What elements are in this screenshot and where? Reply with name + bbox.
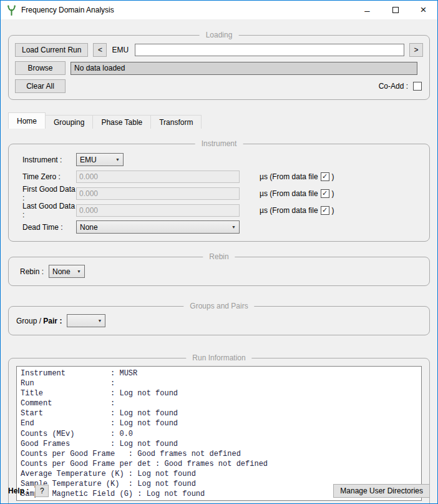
- tab-grouping-label: Grouping: [54, 118, 84, 127]
- groups-pairs-group-title: Groups and Pairs: [183, 302, 254, 310]
- run-information-group-title: Run Information: [186, 353, 251, 362]
- dead-time-label: Dead Time :: [22, 223, 76, 232]
- first-good-data-unit-prefix: µs (From data file: [260, 189, 318, 198]
- loading-group-title: Loading: [200, 31, 239, 39]
- minimize-button[interactable]: –: [353, 1, 381, 19]
- tab-phase-table-label: Phase Table: [101, 118, 142, 127]
- minimize-icon: –: [364, 5, 369, 16]
- last-good-data-input[interactable]: [76, 204, 240, 217]
- app-window: Frequency Domain Analysis – × Loading Lo…: [0, 0, 438, 504]
- chevron-down-icon: ▼: [231, 225, 236, 229]
- tab-transform-label: Transform: [159, 118, 193, 127]
- chevron-down-icon: ▼: [97, 319, 102, 323]
- time-zero-input[interactable]: [76, 170, 240, 183]
- dead-time-row: Dead Time : None ▼: [22, 220, 421, 234]
- group-pair-row: Group / Pair : ▼: [16, 314, 421, 327]
- run-information-groupbox: Run Information Instrument : MUSR Run : …: [8, 358, 430, 504]
- first-good-data-input[interactable]: [76, 187, 240, 200]
- tab-grouping[interactable]: Grouping: [45, 115, 93, 129]
- instrument-select-value: EMU: [80, 156, 97, 164]
- tab-home-label: Home: [17, 117, 37, 126]
- last-good-data-row: Last Good Data : µs (From data file ✓ ): [22, 204, 421, 217]
- maximize-icon: [392, 7, 399, 13]
- time-zero-unit-suffix: ): [332, 172, 334, 181]
- footer: Help : ? Manage User Directories: [8, 484, 430, 498]
- first-good-data-row: First Good Data : µs (From data file ✓ ): [22, 187, 421, 200]
- coadd-checkbox[interactable]: [413, 82, 422, 91]
- tab-phase-table[interactable]: Phase Table: [92, 115, 151, 129]
- first-good-data-label: First Good Data :: [22, 185, 76, 202]
- rebin-label: Rebin :: [20, 267, 44, 276]
- last-good-data-unit: µs (From data file ✓ ): [260, 206, 334, 215]
- first-good-data-unit-suffix: ): [332, 189, 334, 198]
- group-pair-label: Group / Pair :: [16, 317, 62, 325]
- help-wrap: Help : ?: [8, 485, 49, 497]
- window-controls: – ×: [353, 1, 437, 19]
- last-good-data-from-file-checkbox[interactable]: ✓: [321, 206, 329, 215]
- rebin-select-value: None: [52, 267, 71, 276]
- dead-time-select-value: None: [80, 223, 98, 232]
- time-zero-unit: µs (From data file ✓ ): [260, 172, 334, 181]
- first-good-data-unit: µs (From data file ✓ ): [260, 189, 334, 198]
- group-pair-label-regular: Group /: [16, 317, 43, 325]
- close-icon: ×: [421, 4, 427, 16]
- instrument-label: Instrument :: [22, 156, 76, 164]
- next-run-button[interactable]: >: [409, 43, 423, 57]
- instrument-groupbox: Instrument Instrument : EMU ▼ Time Zero …: [8, 144, 430, 242]
- run-number-input[interactable]: [135, 44, 404, 56]
- file-status-field: No data loaded: [71, 62, 417, 75]
- coadd-label: Co-Add :: [379, 82, 408, 91]
- browse-row: Browse No data loaded: [15, 61, 423, 75]
- window-title: Frequency Domain Analysis: [21, 6, 353, 14]
- groups-pairs-groupbox: Groups and Pairs Group / Pair : ▼: [8, 306, 430, 335]
- chevron-down-icon: ▼: [77, 269, 81, 274]
- last-good-data-unit-prefix: µs (From data file: [260, 206, 318, 215]
- help-button[interactable]: ?: [35, 485, 49, 497]
- time-zero-from-file-checkbox[interactable]: ✓: [321, 172, 329, 181]
- clear-row: Clear All Co-Add :: [15, 79, 423, 93]
- rebin-row: Rebin : None ▼: [20, 265, 421, 278]
- tab-bar: Home Grouping Phase Table Transform: [8, 112, 430, 129]
- run-information-text: Instrument : MUSR Run : Title : Log not …: [16, 366, 422, 501]
- instrument-row: Instrument : EMU ▼: [22, 153, 421, 166]
- time-zero-unit-prefix: µs (From data file: [260, 172, 318, 181]
- instrument-prefix-label: EMU: [112, 46, 129, 54]
- last-good-data-label: Last Good Data :: [22, 202, 76, 219]
- previous-run-button[interactable]: <: [93, 43, 107, 57]
- rebin-select[interactable]: None ▼: [49, 265, 85, 278]
- clear-all-button[interactable]: Clear All: [15, 79, 66, 93]
- close-button[interactable]: ×: [409, 1, 437, 19]
- tab-home[interactable]: Home: [8, 112, 46, 129]
- manage-user-directories-button[interactable]: Manage User Directories: [333, 484, 430, 498]
- instrument-select[interactable]: EMU ▼: [76, 153, 124, 166]
- app-icon: [6, 5, 17, 16]
- load-run-row: Load Current Run < EMU >: [15, 43, 423, 57]
- first-good-data-from-file-checkbox[interactable]: ✓: [321, 189, 329, 198]
- instrument-group-title: Instrument: [195, 139, 243, 148]
- maximize-button[interactable]: [381, 1, 409, 19]
- last-good-data-unit-suffix: ): [332, 206, 334, 215]
- rebin-group-title: Rebin: [203, 252, 235, 261]
- time-zero-row: Time Zero : µs (From data file ✓ ): [22, 170, 421, 183]
- help-label: Help :: [8, 487, 29, 495]
- time-zero-label: Time Zero :: [22, 172, 76, 181]
- rebin-groupbox: Rebin Rebin : None ▼: [8, 257, 430, 286]
- dead-time-select[interactable]: None ▼: [76, 220, 240, 234]
- browse-button[interactable]: Browse: [15, 61, 66, 75]
- titlebar: Frequency Domain Analysis – ×: [1, 1, 437, 19]
- chevron-down-icon: ▼: [115, 157, 120, 162]
- group-pair-label-bold: Pair :: [43, 317, 62, 325]
- loading-groupbox: Loading Load Current Run < EMU > Browse …: [8, 35, 430, 100]
- load-current-run-button[interactable]: Load Current Run: [15, 43, 88, 57]
- coadd-wrap: Co-Add :: [379, 82, 423, 91]
- tab-transform[interactable]: Transform: [150, 115, 202, 129]
- group-pair-select[interactable]: ▼: [67, 314, 105, 327]
